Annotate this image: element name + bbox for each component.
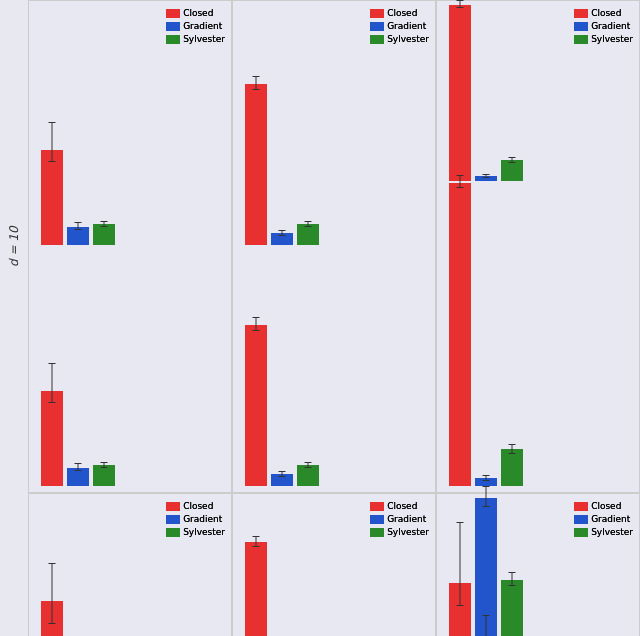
row-label-0: d = 10 — [0, 0, 28, 493]
bar-closed — [41, 391, 63, 486]
legend-item-gradient: Gradient — [370, 513, 429, 526]
bar-group-closed — [41, 391, 63, 486]
legend-item-closed: Closed — [166, 500, 225, 513]
bar-group-sylvester — [501, 449, 523, 486]
legend-color-gradient — [166, 22, 180, 31]
error-bar-sylvester — [104, 221, 105, 227]
error-bar-sylvester — [308, 221, 309, 227]
legend-item-sylvester: Sylvester — [574, 526, 633, 539]
legend-color-closed — [574, 9, 588, 18]
legend-item-gradient: Gradient — [574, 513, 633, 526]
error-bar-closed — [256, 76, 257, 90]
legend-label-closed: Closed — [183, 500, 213, 513]
legend-color-gradient — [574, 515, 588, 524]
error-bar-closed — [52, 563, 53, 624]
bar-sylvester — [501, 449, 523, 486]
bar-group-sylvester — [93, 224, 115, 245]
bar-gradient — [475, 478, 497, 486]
bars-area — [441, 183, 635, 488]
bar-closed — [449, 183, 471, 486]
legend-label-sylvester: Sylvester — [591, 33, 633, 46]
legend-color-closed — [166, 9, 180, 18]
legend-label-gradient: Gradient — [183, 20, 222, 33]
chart-legend: ClosedGradientSylvester — [166, 500, 225, 539]
bar-group-sylvester — [501, 160, 523, 181]
chart-1-0: ClosedGradientSylvesterClosedGradientSyl… — [28, 493, 232, 636]
error-bar-gradient — [282, 471, 283, 477]
error-bar-gradient — [78, 222, 79, 230]
row-label-1: d = 100 — [0, 493, 28, 636]
bar-group-sylvester — [93, 465, 115, 486]
bar-closed — [449, 583, 471, 636]
bar-group-closed — [245, 325, 267, 486]
chart-legend: ClosedGradientSylvester — [574, 7, 633, 46]
bar-group-gradient — [475, 176, 497, 181]
legend-label-gradient: Gradient — [591, 513, 630, 526]
error-bar-sylvester — [512, 444, 513, 454]
legend-color-closed — [370, 502, 384, 511]
legend-label-sylvester: Sylvester — [183, 33, 225, 46]
legend-label-sylvester: Sylvester — [183, 526, 225, 539]
legend-color-gradient — [166, 515, 180, 524]
bar-closed — [449, 5, 471, 181]
legend-label-sylvester: Sylvester — [591, 526, 633, 539]
error-bar-gradient — [486, 615, 487, 636]
error-bar-closed — [460, 522, 461, 606]
legend-item-gradient: Gradient — [370, 20, 429, 33]
chart-legend: ClosedGradientSylvester — [574, 500, 633, 539]
legend-color-closed — [574, 502, 588, 511]
legend-label-closed: Closed — [387, 7, 417, 20]
error-bar-closed — [52, 363, 53, 403]
error-bar-closed — [460, 175, 461, 188]
legend-item-gradient: Gradient — [166, 20, 225, 33]
legend-color-sylvester — [166, 528, 180, 537]
legend-item-sylvester: Sylvester — [370, 33, 429, 46]
bar-group-closed — [245, 542, 267, 636]
bar-sylvester — [501, 160, 523, 181]
legend-item-sylvester: Sylvester — [166, 33, 225, 46]
chart-1-1: ClosedGradientSylvesterClosedGradientSyl… — [232, 493, 436, 636]
bar-closed — [41, 601, 63, 637]
legend-label-gradient: Gradient — [387, 20, 426, 33]
bar-group-gradient — [67, 468, 89, 486]
bar-group-gradient — [67, 227, 89, 245]
chart-0-0: ClosedGradientSylvesterClosedGradientSyl… — [28, 0, 232, 493]
legend-label-gradient: Gradient — [387, 513, 426, 526]
legend-label-closed: Closed — [591, 7, 621, 20]
chart-grid: d = 10 ClosedGradientSylvesterClosedGrad… — [0, 0, 640, 636]
legend-color-gradient — [574, 22, 588, 31]
legend-color-sylvester — [574, 35, 588, 44]
bar-group-sylvester — [297, 465, 319, 486]
bar-group-closed — [245, 84, 267, 245]
bar-group-closed — [41, 601, 63, 637]
error-bar-sylvester — [512, 572, 513, 586]
legend-label-gradient: Gradient — [591, 20, 630, 33]
chart-1-2: ClosedGradientSylvesterClosedGradientSyl… — [436, 493, 640, 636]
error-bar-closed — [52, 122, 53, 162]
bar-sylvester — [297, 465, 319, 486]
legend-item-closed: Closed — [370, 7, 429, 20]
bar-closed — [41, 150, 63, 245]
bar-group-gradient — [271, 233, 293, 245]
bar-sylvester — [297, 224, 319, 245]
chart-legend: ClosedGradientSylvester — [370, 7, 429, 46]
error-bar-sylvester — [308, 462, 309, 468]
error-bar-sylvester — [512, 157, 513, 163]
bar-gradient — [271, 474, 293, 486]
error-bar-gradient — [282, 230, 283, 236]
bar-sylvester — [93, 224, 115, 245]
bar-gradient — [475, 176, 497, 181]
legend-color-sylvester — [370, 528, 384, 537]
legend-color-closed — [166, 502, 180, 511]
legend-color-gradient — [370, 515, 384, 524]
bar-closed — [245, 84, 267, 245]
error-bar-gradient — [486, 174, 487, 178]
error-bar-sylvester — [104, 462, 105, 468]
legend-item-sylvester: Sylvester — [166, 526, 225, 539]
legend-item-closed: Closed — [574, 7, 633, 20]
error-bar-closed — [460, 0, 461, 8]
bar-gradient — [67, 227, 89, 245]
bars-area — [33, 247, 227, 489]
legend-item-closed: Closed — [166, 7, 225, 20]
chart-0-1: ClosedGradientSylvesterClosedGradientSyl… — [232, 0, 436, 493]
